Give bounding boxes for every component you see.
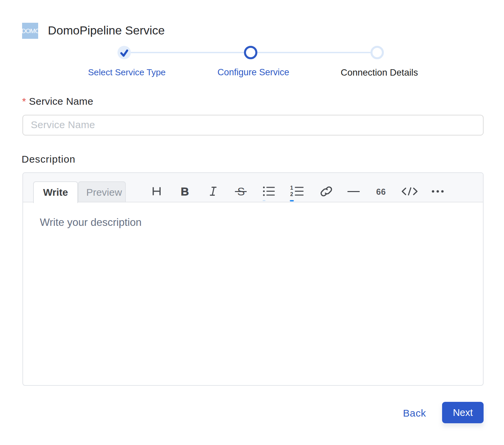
svg-text:2: 2	[290, 191, 293, 197]
svg-text:1: 1	[290, 185, 293, 191]
